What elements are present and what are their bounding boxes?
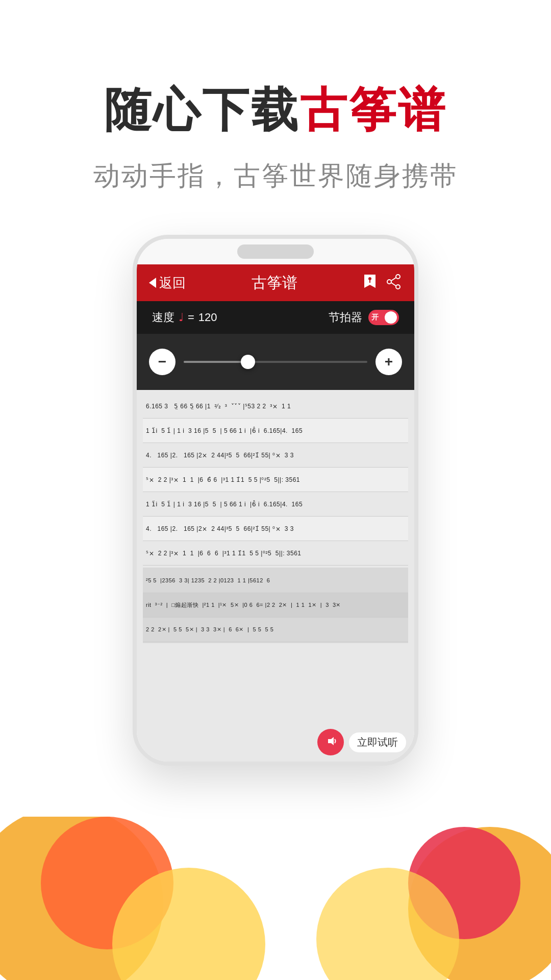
back-label: 返回	[159, 274, 186, 292]
sheet-row-5: 1 1̈i 5 1̈ | 1 i 3 16 |5 5 | 5 66 1 i |6…	[143, 492, 408, 517]
sheet-music-area: 6.165 3 5̤ 66 5̤ 66 |1 ²⁄₂ ³ ˅˅˅ |⁵53 2 …	[137, 390, 414, 762]
svg-point-2	[396, 285, 400, 289]
sheet-row-2: 1 1̈i 5 1̈ | 1 i 3 16 |5 5 | 5 66 1 i |6…	[143, 419, 408, 443]
sheet-row-7: ⁵⨯ 2 2 |³⨯ 1 1 |6 6 6 |³1 1 1̂1 5 5 |⁰²5…	[143, 541, 408, 566]
svg-point-1	[396, 275, 400, 279]
sheet-row-6: 4. 165 |2. 165 |2⨯ 2 44|³5 5 66|²1̂ 55| …	[143, 517, 408, 541]
phone-frame: 返回 古筝谱	[133, 235, 418, 766]
subtitle: 动动手指，古筝世界随身携带	[93, 158, 458, 194]
listen-label[interactable]: 立即试听	[349, 732, 406, 752]
slider-track[interactable]	[184, 361, 367, 363]
metronome-label: 节拍器	[329, 310, 362, 325]
svg-line-5	[391, 283, 396, 286]
speed-value: 120	[198, 311, 217, 324]
toggle-knob	[385, 311, 397, 324]
main-title: 随心下载古筝谱	[93, 82, 458, 138]
sheet-row-1: 6.165 3 5̤ 66 5̤ 66 |1 ²⁄₂ ³ ˅˅˅ |⁵53 2 …	[143, 394, 408, 419]
slider-plus-button[interactable]: +	[375, 349, 402, 375]
metronome-section: 节拍器 开	[329, 310, 399, 325]
svg-line-4	[391, 278, 396, 281]
sheet-row-3: 4. 165 |2. 165 |2⨯ 2 44|³5 5 66|²1̂ 55| …	[143, 443, 408, 468]
play-listen-button[interactable]	[317, 729, 344, 755]
app-header: 返回 古筝谱	[137, 264, 414, 301]
header-icons	[363, 274, 402, 292]
minus-icon: −	[158, 354, 166, 370]
svg-point-3	[387, 280, 391, 284]
listen-bar: 立即试听	[317, 729, 406, 755]
plus-icon: +	[385, 354, 393, 370]
speaker-icon	[324, 734, 337, 750]
bookmark-icon[interactable]	[363, 274, 377, 292]
bg-blob-2	[41, 817, 173, 949]
phone-mockup: 返回 古筝谱	[133, 235, 418, 766]
music-note-icon: ♩	[179, 311, 184, 324]
title-black: 随心下载	[104, 84, 300, 136]
chevron-left-icon	[149, 278, 156, 288]
speed-section: 速度 ♩ = 120	[152, 310, 217, 325]
slider-thumb[interactable]	[241, 355, 255, 369]
speed-label: 速度	[152, 310, 174, 325]
sheet-bottom-row-1: ²5 5 |2356 3 3| 1235 2 2 |0123 1 1 |5612…	[143, 569, 408, 593]
bg-blob-5	[408, 827, 520, 939]
speed-equals: =	[188, 311, 194, 324]
slider-area: − +	[137, 334, 414, 390]
bg-blob-4	[408, 827, 551, 980]
share-icon[interactable]	[387, 274, 402, 291]
page-container: 随心下载古筝谱 动动手指，古筝世界随身携带 返回 古筝谱	[0, 0, 551, 980]
header-section: 随心下载古筝谱 动动手指，古筝世界随身携带	[93, 82, 458, 194]
metronome-toggle[interactable]: 开	[368, 310, 399, 325]
title-red: 古筝谱	[300, 84, 447, 136]
sheet-content: 6.165 3 5̤ 66 5̤ 66 |1 ²⁄₂ ³ ˅˅˅ |⁵53 2 …	[137, 390, 414, 762]
sheet-row-4: ⁵⨯ 2 2 |³⨯ 1 1 |6 6̂ 6 |³1 1 1̂1 5 5 |⁰²…	[143, 468, 408, 492]
nav-title: 古筝谱	[252, 273, 297, 293]
svg-point-0	[368, 277, 371, 280]
sheet-bottom-row-3: 2 2 2⨯ | 5 5 5⨯ | 3 3 3⨯ | 6 6⨯ | 5 5 5 …	[143, 618, 408, 642]
sheet-bottom-row-2: rit ³⁻² | □煽起渐快 |²1 1 |¹⨯ 5⨯ |0 6 6= |2 …	[143, 593, 408, 618]
speed-bar: 速度 ♩ = 120 节拍器 开	[137, 301, 414, 334]
phone-notch	[237, 244, 314, 259]
app-screen: 返回 古筝谱	[137, 264, 414, 762]
phone-notch-bar	[137, 239, 414, 264]
background-decoration	[0, 817, 551, 980]
slider-minus-button[interactable]: −	[149, 349, 176, 375]
back-button[interactable]: 返回	[149, 274, 186, 292]
slider-fill	[184, 361, 248, 363]
toggle-on-label: 开	[371, 313, 379, 322]
bg-blob-3	[112, 868, 265, 980]
bg-blob-1	[0, 817, 163, 980]
bg-blob-6	[316, 868, 459, 980]
